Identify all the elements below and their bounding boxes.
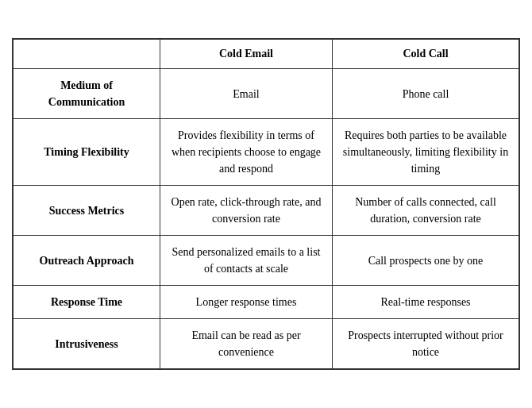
row-label-5: Intrusiveness: [13, 319, 160, 369]
row-cold-email-4: Longer response times: [160, 286, 333, 319]
table-row: Timing FlexibilityProvides flexibility i…: [13, 119, 519, 186]
comparison-table: Cold Email Cold Call Medium of Communica…: [12, 38, 520, 370]
row-label-2: Success Metrics: [13, 186, 160, 236]
table-header-row: Cold Email Cold Call: [13, 40, 519, 69]
header-cold-call: Cold Call: [332, 40, 519, 69]
row-cold-email-2: Open rate, click-through rate, and conve…: [160, 186, 333, 236]
row-label-4: Response Time: [13, 286, 160, 319]
row-cold-email-3: Send personalized emails to a list of co…: [160, 236, 333, 286]
row-cold-call-4: Real-time responses: [332, 286, 519, 319]
row-cold-email-0: Email: [160, 69, 333, 119]
row-cold-email-1: Provides flexibility in terms of when re…: [160, 119, 333, 186]
table-row: Success MetricsOpen rate, click-through …: [13, 186, 519, 236]
row-cold-call-0: Phone call: [332, 69, 519, 119]
header-col1: [13, 40, 160, 69]
row-cold-call-1: Requires both parties to be available si…: [332, 119, 519, 186]
row-cold-email-5: Email can be read as per convenience: [160, 319, 333, 369]
row-label-3: Outreach Approach: [13, 236, 160, 286]
table-row: Response TimeLonger response timesReal-t…: [13, 286, 519, 319]
table-row: IntrusivenessEmail can be read as per co…: [13, 319, 519, 369]
row-cold-call-2: Number of calls connected, call duration…: [332, 186, 519, 236]
row-label-0: Medium of Communication: [13, 69, 160, 119]
row-label-1: Timing Flexibility: [13, 119, 160, 186]
row-cold-call-5: Prospects interrupted without prior noti…: [332, 319, 519, 369]
row-cold-call-3: Call prospects one by one: [332, 236, 519, 286]
header-cold-email: Cold Email: [160, 40, 333, 69]
table-row: Outreach ApproachSend personalized email…: [13, 236, 519, 286]
table-row: Medium of CommunicationEmailPhone call: [13, 69, 519, 119]
